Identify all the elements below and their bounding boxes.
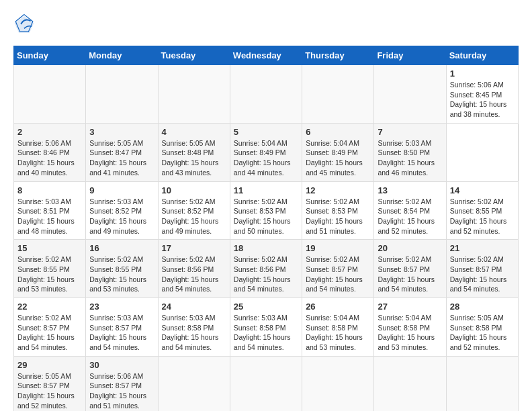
day-info: Sunrise: 5:02 AMSunset: 8:56 PMDaylight:…	[162, 255, 226, 294]
day-info: Sunrise: 5:02 AMSunset: 8:57 PMDaylight:…	[306, 255, 370, 294]
day-number: 17	[162, 243, 226, 253]
calendar-cell: 16Sunrise: 5:02 AMSunset: 8:55 PMDayligh…	[86, 240, 158, 298]
calendar-body: 1Sunrise: 5:06 AMSunset: 8:45 PMDaylight…	[14, 65, 519, 412]
day-number: 7	[378, 127, 442, 137]
day-number: 10	[162, 185, 226, 195]
day-number: 30	[89, 360, 154, 370]
calendar-cell: 13Sunrise: 5:02 AMSunset: 8:54 PMDayligh…	[374, 181, 446, 240]
calendar-cell: 21Sunrise: 5:02 AMSunset: 8:57 PMDayligh…	[446, 240, 518, 298]
day-info: Sunrise: 5:03 AMSunset: 8:51 PMDaylight:…	[17, 197, 82, 236]
day-number: 15	[17, 243, 82, 253]
calendar-cell	[158, 65, 230, 124]
calendar-cell: 8Sunrise: 5:03 AMSunset: 8:51 PMDaylight…	[14, 181, 86, 240]
calendar-cell: 29Sunrise: 5:05 AMSunset: 8:57 PMDayligh…	[14, 356, 86, 411]
day-number: 19	[306, 243, 370, 253]
day-number: 21	[450, 243, 515, 253]
calendar-cell: 20Sunrise: 5:02 AMSunset: 8:57 PMDayligh…	[374, 240, 446, 298]
calendar-header-thursday: Thursday	[302, 46, 374, 65]
day-number: 6	[306, 127, 370, 137]
calendar-cell: 15Sunrise: 5:02 AMSunset: 8:55 PMDayligh…	[14, 240, 86, 298]
calendar-cell	[158, 356, 230, 411]
day-info: Sunrise: 5:05 AMSunset: 8:48 PMDaylight:…	[162, 138, 226, 178]
day-info: Sunrise: 5:02 AMSunset: 8:55 PMDaylight:…	[17, 255, 82, 294]
calendar-cell: 4Sunrise: 5:05 AMSunset: 8:48 PMDaylight…	[158, 123, 230, 181]
day-info: Sunrise: 5:05 AMSunset: 8:47 PMDaylight:…	[89, 138, 154, 178]
day-number: 16	[89, 243, 154, 253]
day-info: Sunrise: 5:04 AMSunset: 8:58 PMDaylight:…	[378, 313, 442, 353]
day-number: 20	[378, 243, 442, 253]
day-info: Sunrise: 5:02 AMSunset: 8:56 PMDaylight:…	[234, 255, 298, 294]
calendar-cell: 27Sunrise: 5:04 AMSunset: 8:58 PMDayligh…	[374, 298, 446, 357]
day-number: 14	[450, 185, 515, 195]
calendar-cell: 25Sunrise: 5:03 AMSunset: 8:58 PMDayligh…	[230, 298, 302, 357]
calendar-cell	[374, 356, 446, 411]
day-number: 23	[89, 302, 154, 312]
calendar-cell	[446, 356, 518, 411]
day-info: Sunrise: 5:03 AMSunset: 8:57 PMDaylight:…	[89, 313, 154, 353]
calendar-header-row: SundayMondayTuesdayWednesdayThursdayFrid…	[14, 46, 519, 65]
calendar-week-3: 8Sunrise: 5:03 AMSunset: 8:51 PMDaylight…	[14, 181, 519, 240]
day-number: 25	[234, 302, 298, 312]
day-info: Sunrise: 5:03 AMSunset: 8:52 PMDaylight:…	[89, 197, 154, 236]
logo-icon	[13, 13, 35, 35]
day-number: 27	[378, 302, 442, 312]
day-number: 24	[162, 302, 226, 312]
day-info: Sunrise: 5:06 AMSunset: 8:57 PMDaylight:…	[89, 371, 154, 411]
calendar-table: SundayMondayTuesdayWednesdayThursdayFrid…	[13, 46, 519, 411]
day-info: Sunrise: 5:03 AMSunset: 8:50 PMDaylight:…	[378, 138, 442, 178]
calendar-cell: 23Sunrise: 5:03 AMSunset: 8:57 PMDayligh…	[86, 298, 158, 357]
day-info: Sunrise: 5:05 AMSunset: 8:58 PMDaylight:…	[450, 313, 515, 353]
calendar-cell	[14, 65, 86, 124]
day-info: Sunrise: 5:02 AMSunset: 8:53 PMDaylight:…	[234, 197, 298, 236]
day-number: 11	[234, 185, 298, 195]
day-info: Sunrise: 5:03 AMSunset: 8:58 PMDaylight:…	[234, 313, 298, 353]
calendar-cell: 14Sunrise: 5:02 AMSunset: 8:55 PMDayligh…	[446, 181, 518, 240]
day-number: 12	[306, 185, 370, 195]
day-number: 28	[450, 302, 515, 312]
calendar-header-wednesday: Wednesday	[230, 46, 302, 65]
calendar-cell: 7Sunrise: 5:03 AMSunset: 8:50 PMDaylight…	[374, 123, 446, 181]
day-info: Sunrise: 5:02 AMSunset: 8:57 PMDaylight:…	[450, 255, 515, 294]
calendar-week-4: 15Sunrise: 5:02 AMSunset: 8:55 PMDayligh…	[14, 240, 519, 298]
day-info: Sunrise: 5:05 AMSunset: 8:57 PMDaylight:…	[17, 371, 82, 411]
calendar-cell: 2Sunrise: 5:06 AMSunset: 8:46 PMDaylight…	[14, 123, 86, 181]
day-info: Sunrise: 5:03 AMSunset: 8:58 PMDaylight:…	[162, 313, 226, 353]
calendar-cell: 10Sunrise: 5:02 AMSunset: 8:52 PMDayligh…	[158, 181, 230, 240]
day-number: 9	[89, 185, 154, 195]
day-number: 13	[378, 185, 442, 195]
calendar-week-1: 1Sunrise: 5:06 AMSunset: 8:45 PMDaylight…	[14, 65, 519, 124]
calendar-cell	[230, 356, 302, 411]
calendar-cell: 24Sunrise: 5:03 AMSunset: 8:58 PMDayligh…	[158, 298, 230, 357]
day-number: 8	[17, 185, 82, 195]
svg-marker-0	[15, 16, 34, 33]
calendar-cell: 5Sunrise: 5:04 AMSunset: 8:49 PMDaylight…	[230, 123, 302, 181]
page-header	[13, 13, 519, 35]
calendar-cell: 11Sunrise: 5:02 AMSunset: 8:53 PMDayligh…	[230, 181, 302, 240]
day-info: Sunrise: 5:06 AMSunset: 8:45 PMDaylight:…	[450, 80, 515, 120]
calendar-cell: 3Sunrise: 5:05 AMSunset: 8:47 PMDaylight…	[86, 123, 158, 181]
calendar-cell	[86, 65, 158, 124]
calendar-cell: 30Sunrise: 5:06 AMSunset: 8:57 PMDayligh…	[86, 356, 158, 411]
day-number: 26	[306, 302, 370, 312]
calendar-header-monday: Monday	[86, 46, 158, 65]
calendar-cell	[230, 65, 302, 124]
calendar-cell: 19Sunrise: 5:02 AMSunset: 8:57 PMDayligh…	[302, 240, 374, 298]
calendar-header-tuesday: Tuesday	[158, 46, 230, 65]
calendar-cell	[374, 65, 446, 124]
day-info: Sunrise: 5:02 AMSunset: 8:53 PMDaylight:…	[306, 197, 370, 236]
calendar-cell: 26Sunrise: 5:04 AMSunset: 8:58 PMDayligh…	[302, 298, 374, 357]
calendar-header-friday: Friday	[374, 46, 446, 65]
day-number: 1	[450, 68, 515, 79]
calendar-cell: 28Sunrise: 5:05 AMSunset: 8:58 PMDayligh…	[446, 298, 518, 357]
calendar-header-saturday: Saturday	[446, 46, 518, 65]
day-info: Sunrise: 5:02 AMSunset: 8:57 PMDaylight:…	[378, 255, 442, 294]
day-info: Sunrise: 5:04 AMSunset: 8:49 PMDaylight:…	[306, 138, 370, 178]
calendar-week-6: 29Sunrise: 5:05 AMSunset: 8:57 PMDayligh…	[14, 356, 519, 411]
day-number: 5	[234, 127, 298, 137]
calendar-cell: 6Sunrise: 5:04 AMSunset: 8:49 PMDaylight…	[302, 123, 374, 181]
day-number: 2	[17, 127, 82, 137]
day-number: 29	[17, 360, 82, 370]
day-info: Sunrise: 5:06 AMSunset: 8:46 PMDaylight:…	[17, 138, 82, 178]
calendar-cell	[302, 356, 374, 411]
day-info: Sunrise: 5:02 AMSunset: 8:55 PMDaylight:…	[450, 197, 515, 236]
